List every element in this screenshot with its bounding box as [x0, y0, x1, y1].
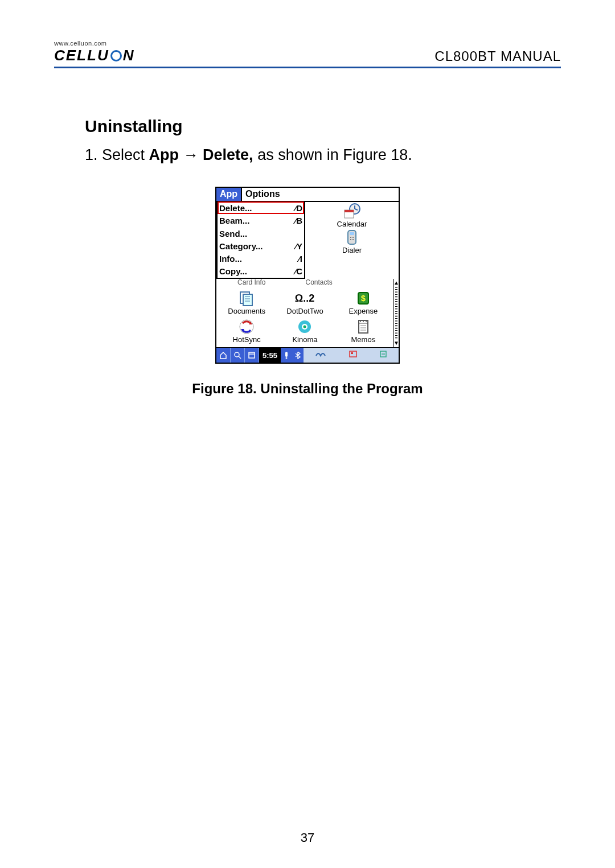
app-calendar[interactable]: Calendar [305, 202, 399, 228]
app-documents[interactable]: Documents [218, 289, 276, 315]
step-bold-app: App [149, 146, 183, 163]
kinoma-icon [295, 318, 314, 336]
app-label: Memos [334, 336, 392, 344]
dialer-icon [342, 228, 362, 246]
menu-item-send[interactable]: Send... [218, 227, 304, 240]
svg-rect-28 [249, 352, 255, 358]
page-number: 37 [0, 830, 615, 845]
menu-item-copy[interactable]: Copy... ⁄C [218, 265, 304, 277]
brand-text-1: CELLU [54, 47, 109, 64]
home-icon[interactable] [216, 351, 230, 359]
svg-text:$: $ [361, 294, 366, 303]
memos-icon [354, 318, 373, 336]
palm-screenshot: App Options Delete... ⁄D Beam... ⁄B Send… [215, 187, 400, 364]
taskbar: 5:55 [216, 347, 399, 363]
cut-off-labels: Card Info Contacts [216, 279, 393, 287]
svg-rect-22 [359, 320, 368, 333]
svg-rect-4 [345, 210, 354, 212]
app-hotsync[interactable]: HotSync [218, 318, 276, 344]
menu-app[interactable]: App [216, 188, 242, 201]
find-icon[interactable] [231, 351, 244, 359]
app-label: Dialer [305, 246, 399, 254]
scroll-track[interactable] [395, 287, 397, 340]
menu-item-shortcut: ⁄B [295, 216, 302, 225]
scroll-down-icon[interactable]: ▼ [393, 340, 399, 346]
hotsync-icon [237, 318, 256, 336]
card-icon[interactable] [348, 350, 358, 360]
menu-icon[interactable] [245, 351, 259, 359]
app-expense[interactable]: $ Expense [334, 289, 392, 315]
menu-item-shortcut: ⁄Y [295, 241, 302, 251]
svg-point-7 [350, 237, 351, 238]
menu-item-label: Send... [219, 229, 247, 238]
app-memos[interactable]: Memos [334, 318, 392, 344]
expense-icon: $ [354, 289, 373, 307]
menu-options[interactable]: Options [242, 188, 283, 201]
menu-item-shortcut: ⁄C [295, 266, 302, 276]
svg-rect-6 [350, 232, 354, 235]
menu-item-label: Info... [219, 254, 242, 264]
header-rule [54, 67, 561, 68]
cut-label: Contacts [306, 279, 333, 287]
app-label: Kinoma [276, 336, 334, 344]
documents-icon [237, 289, 256, 307]
menu-bar: App Options [216, 188, 399, 202]
svg-point-26 [235, 352, 239, 357]
step-pre: Select [102, 146, 149, 163]
brand-text-2: N [123, 47, 135, 64]
brand-o-icon [110, 50, 122, 61]
app-label: Expense [334, 307, 392, 315]
step-number: 1. [85, 146, 102, 163]
svg-point-25 [366, 321, 367, 322]
svg-point-24 [363, 321, 364, 322]
bluetooth-icon[interactable] [292, 351, 304, 359]
svg-point-10 [352, 239, 354, 240]
calendar-icon [342, 202, 362, 220]
menu-item-beam[interactable]: Beam... ⁄B [218, 214, 304, 227]
app-label: DotDotTwo [276, 307, 334, 315]
figure-caption: Figure 18. Uninstalling the Program [54, 381, 561, 397]
svg-point-31 [286, 357, 288, 359]
svg-rect-30 [285, 352, 288, 357]
menu-item-label: Beam... [219, 216, 249, 225]
step-1: 1. Select App → Delete, as shown in Figu… [85, 146, 561, 164]
app-kinoma[interactable]: Kinoma [276, 318, 334, 344]
cut-label: Card Info [237, 279, 265, 287]
scroll-up-icon[interactable]: ▲ [393, 280, 399, 286]
taskbar-clock[interactable]: 5:55 [259, 348, 281, 363]
svg-point-21 [304, 325, 306, 328]
menu-item-shortcut: ⁄I [298, 254, 302, 264]
app-grid: Documents Ω..2 DotDotTwo $ Expense HotSy… [216, 287, 393, 348]
app-label: Calendar [305, 220, 399, 228]
step-post: as shown in Figure 18. [253, 146, 412, 163]
dotdottwo-icon: Ω..2 [295, 289, 314, 307]
menu-item-label: Copy... [219, 266, 247, 276]
app-dropdown: Delete... ⁄D Beam... ⁄B Send... Category… [216, 201, 305, 279]
app-dialer[interactable]: Dialer [305, 228, 399, 254]
page-header: www.celluon.com CELLU N CL800BT MANUAL [54, 40, 561, 64]
svg-point-8 [352, 237, 354, 238]
signal-icon[interactable] [315, 350, 326, 360]
arrow-icon: → [183, 146, 199, 163]
brand-block: www.celluon.com CELLU N [54, 40, 134, 64]
app-dotdottwo[interactable]: Ω..2 DotDotTwo [276, 289, 334, 315]
right-column: Calendar Dialer [305, 202, 399, 279]
step-bold-delete: Delete, [199, 146, 253, 163]
scrollbar[interactable]: ▲ ▼ [393, 279, 399, 348]
svg-rect-33 [351, 352, 353, 354]
menu-item-delete[interactable]: Delete... ⁄D [218, 201, 304, 214]
svg-point-9 [350, 239, 351, 240]
menu-item-label: Delete... [219, 203, 252, 213]
svg-text:Ω..2: Ω..2 [295, 293, 314, 304]
menu-item-info[interactable]: Info... ⁄I [218, 252, 304, 265]
menu-item-category[interactable]: Category... ⁄Y [218, 240, 304, 252]
alert-icon[interactable] [281, 351, 292, 359]
section-title: Uninstalling [85, 117, 561, 136]
svg-rect-12 [243, 294, 252, 306]
brand-url: www.celluon.com [54, 40, 134, 47]
rotate-icon[interactable] [379, 350, 387, 360]
svg-point-23 [360, 321, 361, 322]
menu-item-shortcut: ⁄D [295, 203, 302, 213]
manual-label: CL800BT MANUAL [434, 48, 561, 64]
app-label: Documents [218, 307, 276, 315]
